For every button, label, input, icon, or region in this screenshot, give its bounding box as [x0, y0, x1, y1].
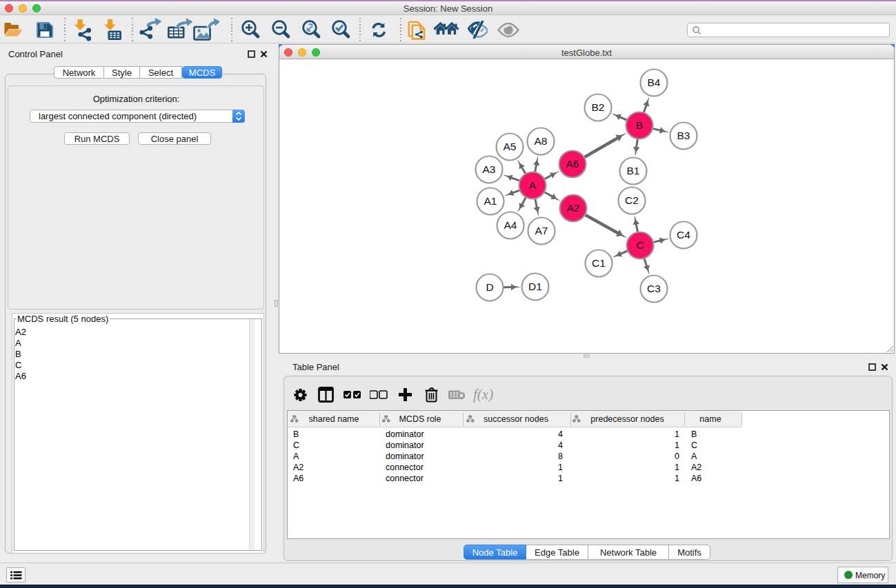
svg-text:D1: D1	[528, 281, 542, 292]
svg-text:B1: B1	[627, 165, 640, 176]
svg-text:A7: A7	[535, 225, 548, 236]
svg-text:A5: A5	[504, 141, 517, 152]
svg-text:C4: C4	[677, 229, 690, 241]
svg-text:C: C	[636, 239, 644, 251]
svg-text:B2: B2	[592, 101, 605, 113]
svg-text:B4: B4	[648, 77, 661, 88]
svg-text:C3: C3	[647, 283, 661, 294]
svg-text:C2: C2	[625, 194, 639, 206]
svg-text:A2: A2	[567, 202, 580, 214]
svg-text:A: A	[529, 179, 537, 191]
svg-text:B3: B3	[677, 130, 690, 141]
svg-text:A6: A6	[566, 158, 579, 170]
svg-text:A1: A1	[484, 195, 497, 207]
svg-text:A3: A3	[483, 163, 496, 175]
svg-text:A8: A8	[535, 135, 548, 147]
svg-text:D: D	[486, 281, 493, 293]
svg-text:C1: C1	[592, 257, 606, 269]
svg-text:B: B	[636, 119, 643, 131]
svg-text:A4: A4	[504, 219, 517, 231]
